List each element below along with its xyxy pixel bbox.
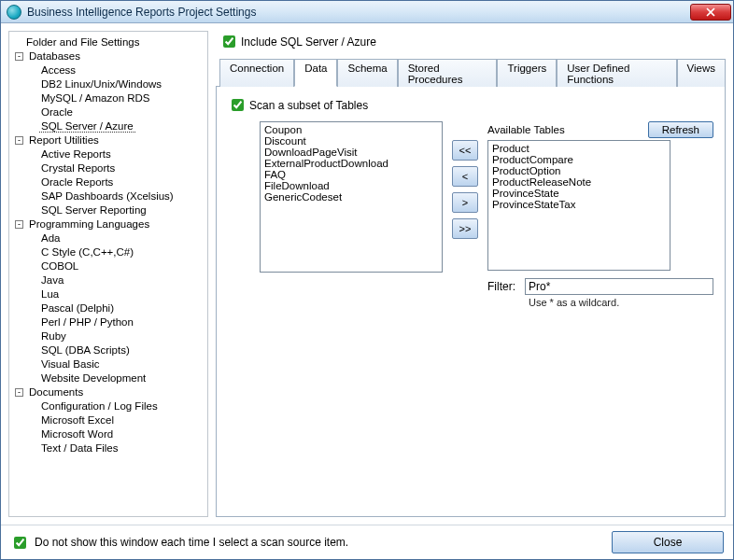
tree-toggle-icon[interactable]: -	[15, 220, 23, 229]
tree-branch-label[interactable]: Report Utilities	[27, 134, 101, 146]
tree-leaf-label[interactable]: MySQL / Amazon RDS	[39, 92, 152, 104]
refresh-button[interactable]: Refresh	[648, 121, 713, 138]
available-tables-list[interactable]: ProductProductCompareProductOptionProduc…	[487, 140, 670, 271]
tree-leaf-label[interactable]: Lua	[39, 288, 61, 300]
list-item[interactable]: FAQ	[262, 169, 440, 180]
footer: Do not show this window each time I sele…	[1, 525, 733, 559]
window-title: Business Intelligence Reports Project Se…	[27, 6, 690, 19]
dont-show-label: Do not show this window each time I sele…	[35, 536, 348, 549]
filter-hint: Use * as a wildcard.	[529, 297, 713, 308]
tab-views[interactable]: Views	[677, 59, 726, 87]
tree-leaf-label[interactable]: Microsoft Excel	[39, 414, 116, 426]
include-label: Include SQL Server / Azure	[241, 35, 376, 49]
list-item[interactable]: DownloadPageVisit	[262, 147, 440, 158]
tree-branch-label[interactable]: Programming Languages	[27, 218, 151, 230]
tree-branch-label[interactable]: Documents	[27, 386, 85, 398]
move-buttons: << < > >>	[452, 140, 478, 239]
list-item[interactable]: ProvinceState	[490, 188, 668, 199]
move-all-left-button[interactable]: <<	[452, 140, 478, 161]
tree-leaf-label[interactable]: SQL Server Reporting	[39, 204, 148, 216]
tree-branch-label[interactable]: Databases	[27, 50, 82, 62]
list-item[interactable]: FileDownload	[262, 180, 440, 191]
tab-stored-procedures[interactable]: Stored Procedures	[398, 59, 498, 87]
list-item[interactable]: ProductReleaseNote	[490, 176, 668, 188]
tab-triggers[interactable]: Triggers	[497, 59, 557, 87]
tree-leaf-label[interactable]: Oracle Reports	[39, 176, 115, 188]
move-right-button[interactable]: >	[452, 192, 478, 213]
close-button[interactable]: Close	[612, 531, 724, 553]
list-item[interactable]: Discount	[262, 135, 440, 147]
list-item[interactable]: Product	[490, 143, 668, 154]
tree-leaf-label[interactable]: Access	[39, 64, 78, 76]
scan-subset-checkbox[interactable]	[232, 99, 244, 111]
window-close-button[interactable]	[690, 4, 731, 21]
tree-toggle-icon[interactable]: -	[15, 52, 23, 61]
tree-leaf-label[interactable]: SQL (DBA Scripts)	[39, 344, 132, 356]
include-row: Include SQL Server / Azure	[216, 31, 726, 56]
dont-show-checkbox[interactable]	[14, 537, 26, 549]
tree-toggle-icon[interactable]: -	[15, 388, 23, 397]
tab-connection[interactable]: Connection	[219, 59, 294, 87]
scan-subset-label: Scan a subset of Tables	[249, 99, 368, 112]
tree-leaf-label[interactable]: Crystal Reports	[39, 162, 117, 174]
move-all-right-button[interactable]: >>	[452, 218, 478, 239]
list-item[interactable]: ProvinceStateTax	[490, 199, 668, 210]
nav-tree-panel: Folder and File Settings-DatabasesAccess…	[8, 31, 208, 517]
tree-leaf-label[interactable]: DB2 Linux/Unix/Windows	[39, 78, 163, 90]
titlebar: Business Intelligence Reports Project Se…	[1, 1, 733, 23]
tree-leaf-label[interactable]: Microsoft Word	[39, 428, 115, 440]
tree-leaf-label[interactable]: Folder and File Settings	[24, 36, 141, 48]
list-item[interactable]: ProductOption	[490, 165, 668, 176]
move-left-button[interactable]: <	[452, 166, 478, 187]
settings-window: Business Intelligence Reports Project Se…	[0, 0, 734, 560]
tree-leaf-label[interactable]: Oracle	[39, 106, 75, 118]
tree-leaf-label[interactable]: Pascal (Delphi)	[39, 302, 116, 314]
list-item[interactable]: ProductCompare	[490, 154, 668, 165]
available-tables-label: Available Tables	[487, 124, 565, 135]
nav-tree[interactable]: Folder and File Settings-DatabasesAccess…	[11, 35, 205, 455]
close-icon	[706, 7, 715, 17]
tree-leaf-label[interactable]: Ada	[39, 232, 62, 244]
tab-content-data: Scan a subset of Tables CouponDiscountDo…	[216, 87, 726, 517]
app-icon	[7, 5, 21, 20]
tree-leaf-label[interactable]: Java	[39, 274, 65, 286]
selected-tables-list[interactable]: CouponDiscountDownloadPageVisitExternalP…	[260, 121, 443, 273]
filter-label: Filter:	[487, 280, 525, 293]
tree-leaf-label[interactable]: Active Reports	[39, 148, 113, 160]
filter-input[interactable]	[525, 278, 713, 295]
tab-strip: ConnectionDataSchemaStored ProceduresTri…	[216, 58, 726, 87]
include-checkbox[interactable]	[223, 35, 235, 48]
list-item[interactable]: ExternalProductDownload	[262, 158, 440, 169]
tree-leaf-label[interactable]: SAP Dashboards (Xcelsius)	[39, 190, 176, 202]
tree-leaf-label[interactable]: C Style (C,C++,C#)	[39, 246, 135, 258]
tree-toggle-icon[interactable]: -	[15, 136, 23, 145]
tab-user-defined-functions[interactable]: User Defined Functions	[557, 59, 676, 87]
tree-leaf-label[interactable]: Visual Basic	[39, 358, 101, 370]
tree-leaf-label[interactable]: COBOL	[39, 260, 80, 272]
tree-leaf-label[interactable]: Ruby	[39, 330, 68, 342]
tree-leaf-label[interactable]: SQL Server / Azure	[39, 120, 135, 133]
list-item[interactable]: GenericCodeset	[262, 191, 440, 203]
tab-data[interactable]: Data	[294, 59, 337, 87]
tab-schema[interactable]: Schema	[337, 59, 397, 87]
tree-leaf-label[interactable]: Configuration / Log Files	[39, 400, 160, 412]
tree-leaf-label[interactable]: Text / Data Files	[39, 442, 120, 454]
list-item[interactable]: Coupon	[262, 124, 440, 135]
tree-leaf-label[interactable]: Website Development	[39, 372, 148, 384]
tree-leaf-label[interactable]: Perl / PHP / Python	[39, 316, 135, 328]
